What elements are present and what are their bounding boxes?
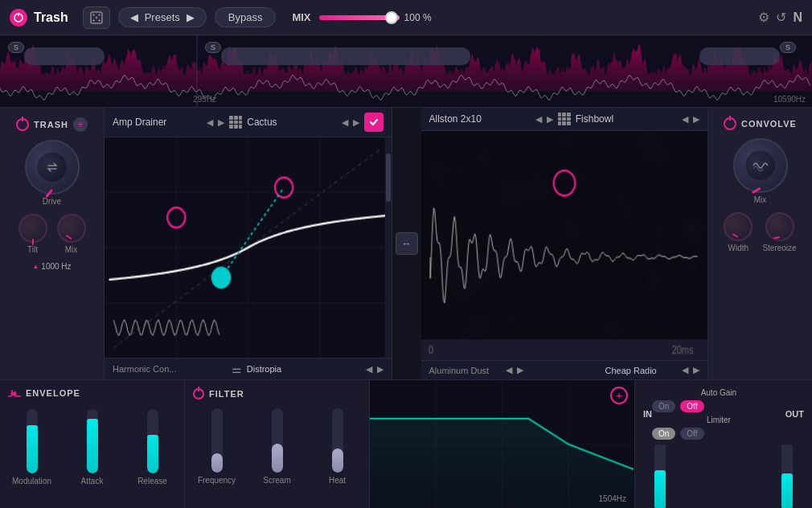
freq-label-left: 295Hz: [193, 95, 216, 104]
eq-add-button[interactable]: +: [610, 387, 628, 404]
dist-footer-next[interactable]: ▶: [377, 364, 383, 375]
eq-canvas[interactable]: [370, 380, 634, 508]
convolve-stereoize-knob[interactable]: [765, 212, 794, 241]
mix-label: MIX: [292, 11, 310, 23]
distortion-section: Amp Drainer ◀ ▶ Cactus ◀ ▶: [105, 108, 707, 379]
envelope-bars: Modulation Attack Release: [8, 406, 176, 500]
dist-right-preset-prev[interactable]: ◀: [682, 114, 688, 125]
in-label: IN: [643, 409, 652, 419]
dist-left-grid-icon[interactable]: [229, 116, 242, 129]
mix-slider-area[interactable]: 100 %: [319, 12, 751, 23]
swap-button[interactable]: ↔: [396, 232, 418, 255]
envelope-attack-track[interactable]: [87, 409, 98, 473]
ni-icon[interactable]: N: [793, 10, 802, 25]
morph-icon[interactable]: ⚌: [232, 363, 242, 375]
auto-gain-on-button[interactable]: On: [652, 400, 675, 412]
envelope-modulation-handle: [27, 425, 38, 430]
convolve-header: CONVOLVE: [718, 117, 802, 130]
envelope-attack-group: Attack: [68, 409, 116, 485]
filter-scream-label: Scream: [263, 476, 290, 485]
filter-panel: FILTER Frequency Scream Heat: [185, 380, 370, 508]
dist-left-preset-prev[interactable]: ◀: [342, 117, 348, 128]
mix-percent: 100 %: [404, 12, 432, 23]
trash-tilt-knob[interactable]: [18, 214, 47, 243]
envelope-icon: [8, 388, 21, 398]
undo-icon[interactable]: ↺: [776, 10, 786, 25]
trash-drive-knob[interactable]: [25, 140, 80, 195]
dist-right-preset: Fishbowl: [576, 113, 677, 125]
limiter-off-button[interactable]: Off: [680, 428, 703, 440]
out-meter-group: Gain: [779, 444, 796, 508]
settings-icon[interactable]: ⚙: [758, 10, 769, 25]
envelope-modulation-group: Modulation: [8, 409, 55, 485]
handle-bar-left[interactable]: [24, 47, 105, 65]
dist-right-canvas[interactable]: [421, 131, 708, 360]
dist-left-prev[interactable]: ◀: [207, 117, 213, 128]
convolve-power-button[interactable]: [724, 117, 736, 130]
envelope-title: ENVELOPE: [26, 388, 80, 398]
svg-point-7: [95, 16, 96, 18]
trash-drive-label: Drive: [43, 197, 61, 206]
filter-scream-fill: [272, 444, 283, 473]
convolve-width-knob[interactable]: [724, 212, 753, 241]
filter-frequency-label: Frequency: [198, 476, 236, 485]
waveform-canvas[interactable]: [0, 35, 812, 108]
dice-button[interactable]: [83, 6, 110, 29]
presets-next-arrow[interactable]: ▶: [185, 11, 196, 23]
filter-heat-track[interactable]: [332, 408, 343, 473]
filter-title-row: FILTER: [193, 388, 361, 399]
inout-meters: Gain Gain: [643, 444, 804, 508]
handle-bar-mid[interactable]: [221, 47, 470, 65]
dist-right-prev[interactable]: ◀: [535, 114, 542, 125]
waveform-section: S S S 295Hz 10590Hz: [0, 35, 812, 108]
auto-gain-off-button[interactable]: Off: [680, 400, 703, 412]
handle-s-left[interactable]: S: [8, 42, 24, 53]
envelope-modulation-track[interactable]: [27, 409, 38, 473]
dist-left-scrollbar[interactable]: [385, 137, 392, 358]
filter-power-button[interactable]: [193, 388, 204, 399]
dist-left-active-btn[interactable]: [364, 113, 383, 132]
auto-gain-section: Auto Gain On Off Limiter On Off: [652, 388, 785, 440]
dist-right-header: Allston 2x10 ◀ ▶ Fishbowl ◀ ▶: [421, 108, 708, 131]
dist-left-preset-next[interactable]: ▶: [353, 117, 359, 128]
dist-right-preset-next[interactable]: ▶: [693, 114, 699, 125]
filter-frequency-track[interactable]: [211, 408, 223, 473]
handle-s-right[interactable]: S: [780, 42, 796, 53]
limiter-on-button[interactable]: On: [652, 428, 675, 440]
dist-right-grid-icon[interactable]: [558, 113, 571, 125]
mix-slider-thumb[interactable]: [385, 11, 398, 24]
distortion-left: Amp Drainer ◀ ▶ Cactus ◀ ▶: [105, 108, 392, 379]
freq-label-right: 10590Hz: [773, 95, 806, 104]
filter-heat-group: Heat: [314, 408, 361, 485]
trash-mix-container: Mix: [57, 214, 86, 254]
main-content: TRASH + Drive Tilt: [0, 108, 812, 379]
trash-expand-button[interactable]: +: [73, 117, 88, 132]
dist-right-footer-right-next[interactable]: ▶: [693, 365, 699, 375]
mix-slider-track[interactable]: [319, 15, 400, 20]
envelope-panel: ENVELOPE Modulation Attack: [0, 380, 185, 508]
out-meter-track: [781, 444, 793, 508]
presets-prev-arrow[interactable]: ◀: [129, 11, 140, 23]
convolve-mix-knob[interactable]: [733, 138, 788, 193]
filter-scream-track[interactable]: [272, 408, 283, 473]
trash-power-button[interactable]: [16, 118, 29, 131]
bypass-button[interactable]: Bypass: [215, 7, 277, 27]
trash-title: TRASH: [34, 120, 68, 129]
dist-left-canvas[interactable]: [105, 137, 392, 358]
dist-left-scrollbar-thumb[interactable]: [386, 154, 391, 202]
dist-footer-prev[interactable]: ◀: [366, 364, 372, 375]
dist-right-next[interactable]: ▶: [547, 114, 553, 125]
envelope-release-track[interactable]: [147, 409, 158, 473]
trash-tilt-container: Tilt: [18, 214, 47, 254]
trash-mix-label: Mix: [65, 245, 78, 254]
handle-s-mid[interactable]: S: [205, 42, 221, 53]
trash-mix-knob[interactable]: [57, 214, 86, 243]
svg-point-3: [92, 14, 94, 15]
dist-right-footer-right-prev[interactable]: ◀: [682, 365, 688, 375]
dist-left-next[interactable]: ▶: [218, 117, 224, 128]
presets-area[interactable]: ◀ Presets ▶: [118, 7, 207, 27]
handle-bar-right[interactable]: [699, 47, 780, 65]
filter-scream-group: Scream: [253, 408, 301, 485]
dist-right-footer-next[interactable]: ▶: [517, 365, 523, 375]
dist-right-footer-prev[interactable]: ◀: [506, 365, 512, 375]
